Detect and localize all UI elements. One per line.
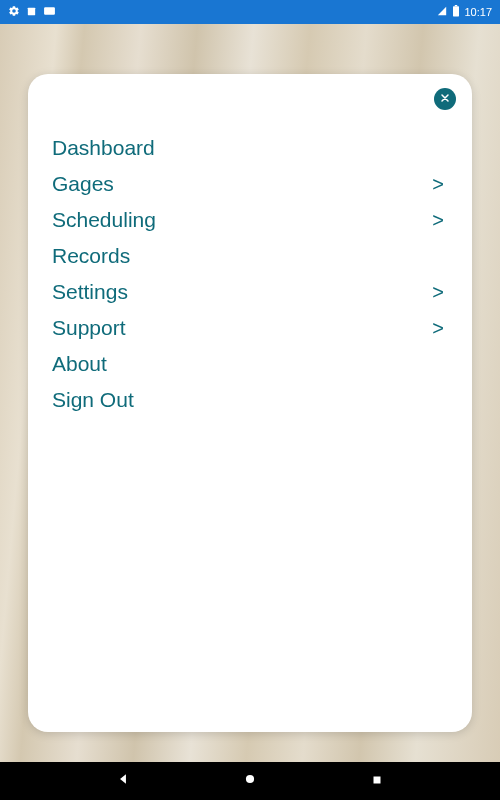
status-time: 10:17 <box>464 6 492 18</box>
menu-item-sign-out[interactable]: Sign Out <box>52 382 448 418</box>
status-bar: 10:17 <box>0 0 500 24</box>
status-left <box>8 5 56 19</box>
svg-rect-0 <box>28 7 35 14</box>
gear-icon <box>8 5 20 19</box>
menu-item-label: Gages <box>52 172 114 196</box>
menu-item-label: About <box>52 352 107 376</box>
nav-back-button[interactable] <box>114 772 132 790</box>
chevron-right-icon: > <box>432 173 448 196</box>
triangle-back-icon <box>116 772 130 790</box>
menu-item-label: Dashboard <box>52 136 155 160</box>
device-screen: 10:17 Dashboard Gages > Scheduling <box>0 0 500 800</box>
svg-rect-5 <box>373 777 380 784</box>
status-right: 10:17 <box>436 5 492 19</box>
android-nav-bar <box>0 762 500 800</box>
menu-item-records[interactable]: Records <box>52 238 448 274</box>
svg-rect-1 <box>44 7 55 15</box>
square-icon <box>26 6 37 19</box>
svg-rect-3 <box>455 5 457 6</box>
svg-point-4 <box>246 775 254 783</box>
square-recent-icon <box>371 772 383 790</box>
menu-item-support[interactable]: Support > <box>52 310 448 346</box>
menu-list: Dashboard Gages > Scheduling > Records S… <box>52 130 448 418</box>
menu-item-about[interactable]: About <box>52 346 448 382</box>
svg-rect-2 <box>453 6 459 16</box>
menu-item-label: Settings <box>52 280 128 304</box>
menu-item-label: Support <box>52 316 126 340</box>
nav-recent-button[interactable] <box>368 772 386 790</box>
menu-item-gages[interactable]: Gages > <box>52 166 448 202</box>
close-button[interactable] <box>434 88 456 110</box>
close-icon <box>439 90 451 108</box>
chevron-right-icon: > <box>432 281 448 304</box>
card-icon <box>43 6 56 18</box>
content-area: Dashboard Gages > Scheduling > Records S… <box>0 24 500 762</box>
menu-item-label: Sign Out <box>52 388 134 412</box>
circle-home-icon <box>243 772 257 790</box>
chevron-right-icon: > <box>432 317 448 340</box>
menu-item-scheduling[interactable]: Scheduling > <box>52 202 448 238</box>
menu-panel: Dashboard Gages > Scheduling > Records S… <box>28 74 472 732</box>
nav-home-button[interactable] <box>241 772 259 790</box>
signal-icon <box>436 6 448 18</box>
menu-item-label: Records <box>52 244 130 268</box>
battery-icon <box>452 5 460 19</box>
menu-item-dashboard[interactable]: Dashboard <box>52 130 448 166</box>
chevron-right-icon: > <box>432 209 448 232</box>
menu-item-settings[interactable]: Settings > <box>52 274 448 310</box>
menu-item-label: Scheduling <box>52 208 156 232</box>
